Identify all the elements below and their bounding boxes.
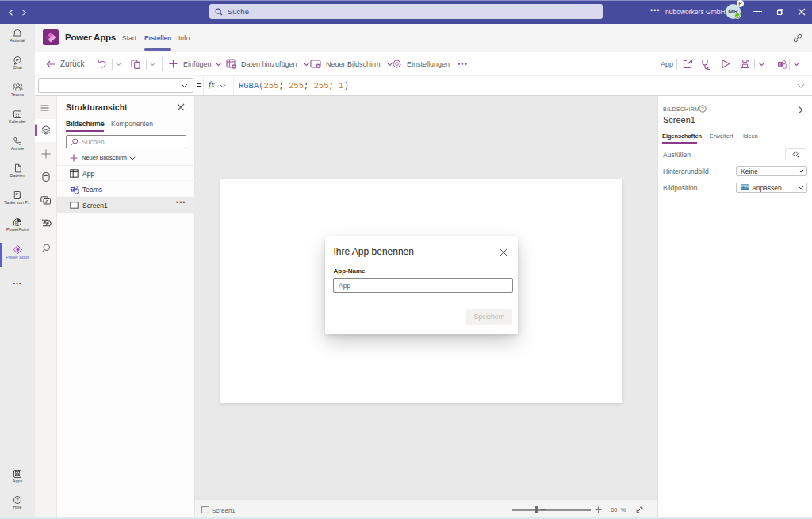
svg-text:?: ? [16,498,19,502]
svg-text:?: ? [701,106,704,111]
svg-text:P: P [15,221,17,225]
